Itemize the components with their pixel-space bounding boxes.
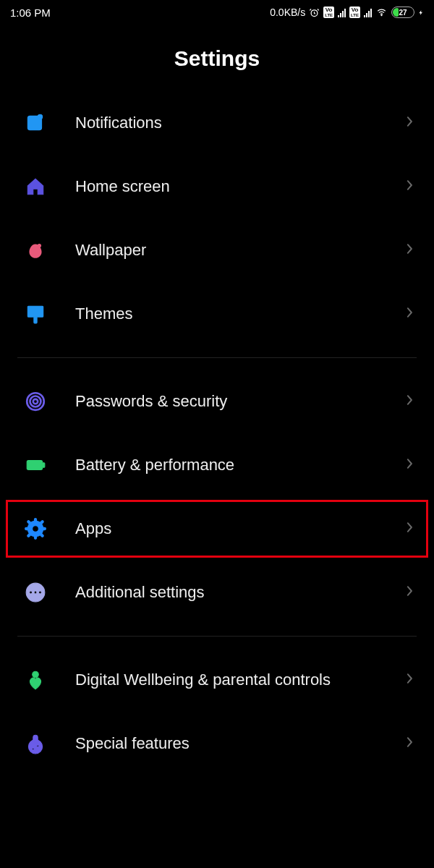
settings-row-special-features[interactable]: Special features [0,712,434,775]
svg-point-1 [381,15,382,16]
chevron-right-icon [404,393,417,409]
chevron-right-icon [404,306,417,322]
chevron-right-icon [404,672,417,688]
heart-icon [23,668,48,692]
status-time: 1:06 PM [10,7,51,19]
notifications-icon [23,111,48,135]
signal-icon-1 [338,8,346,17]
status-bar: 1:06 PM 0.0KB/s VoLTE VoLTE 27 [0,0,434,22]
settings-row-passwords-security[interactable]: Passwords & security [0,370,434,433]
page-header: Settings [0,22,434,91]
chevron-right-icon [404,521,417,537]
settings-row-themes[interactable]: Themes [0,282,434,346]
battery-indicator: 27 [391,7,414,18]
dots-icon [23,580,48,605]
chevron-right-icon [404,457,417,473]
chevron-right-icon [404,242,417,258]
wallpaper-icon [23,238,48,263]
themes-icon [23,302,48,326]
settings-row-wallpaper[interactable]: Wallpaper [0,218,434,282]
status-right: 0.0KB/s VoLTE VoLTE 27 [270,7,424,18]
charging-icon [418,7,424,18]
home-icon [23,174,48,199]
settings-row-home-screen[interactable]: Home screen [0,155,434,218]
settings-row-label: Apps [75,519,404,539]
chevron-right-icon [404,179,417,195]
settings-row-label: Themes [75,304,404,324]
settings-row-label: Home screen [75,176,404,197]
section-divider [17,357,417,358]
flask-icon [23,731,48,756]
settings-row-battery-performance[interactable]: Battery & performance [0,433,434,497]
status-speed: 0.0KB/s [270,7,305,18]
settings-row-additional-settings[interactable]: Additional settings [0,561,434,624]
signal-icon-2 [364,8,372,17]
wifi-icon [375,7,388,17]
settings-row-label: Additional settings [75,582,404,603]
settings-row-apps[interactable]: Apps [0,497,434,561]
settings-row-label: Wallpaper [75,240,404,260]
settings-row-label: Passwords & security [75,391,404,412]
chevron-right-icon [404,115,417,131]
volte-icon-1: VoLTE [323,7,334,18]
settings-row-label: Battery & performance [75,455,404,475]
chevron-right-icon [404,584,417,600]
volte-icon-2: VoLTE [349,7,360,18]
settings-list: NotificationsHome screenWallpaperThemesP… [0,91,434,775]
fingerprint-icon [23,389,48,414]
settings-row-notifications[interactable]: Notifications [0,91,434,155]
page-title: Settings [0,46,434,71]
battery-icon [23,453,48,477]
settings-row-digital-wellbeing[interactable]: Digital Wellbeing & parental controls [0,648,434,712]
settings-row-label: Notifications [75,113,404,133]
chevron-right-icon [404,736,417,752]
settings-row-label: Special features [75,733,404,754]
settings-row-label: Digital Wellbeing & parental controls [75,670,404,690]
section-divider [17,636,417,637]
alarm-icon [309,7,320,18]
gear-icon [23,516,48,541]
